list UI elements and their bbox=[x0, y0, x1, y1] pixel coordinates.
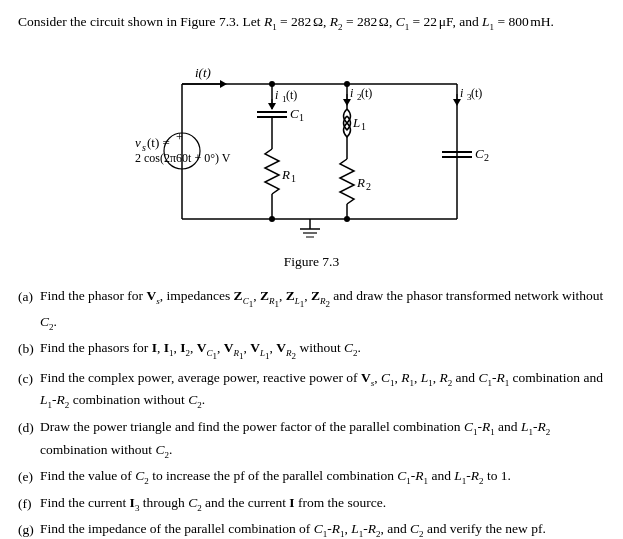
svg-text:1: 1 bbox=[299, 112, 304, 123]
svg-text:2 cos(2π60t + 0°) V: 2 cos(2π60t + 0°) V bbox=[135, 151, 231, 165]
svg-text:R: R bbox=[356, 175, 365, 190]
svg-point-55 bbox=[344, 81, 350, 87]
questions-list: (a) Find the phasor for Vs, impedances Z… bbox=[18, 286, 605, 539]
circuit-diagram: i(t) + v s (t) = 2 cos(2π60t + 0°) V C 1… bbox=[127, 44, 497, 254]
question-e-text: Find the value of C2 to increase the pf … bbox=[40, 466, 605, 489]
svg-text:(t): (t) bbox=[286, 88, 297, 102]
svg-text:i: i bbox=[350, 86, 353, 100]
question-c-label: (c) bbox=[18, 368, 40, 390]
figure-label: Figure 7.3 bbox=[284, 254, 340, 270]
question-d-text: Draw the power triangle and find the pow… bbox=[40, 417, 605, 462]
svg-text:+: + bbox=[176, 130, 183, 144]
svg-text:i(t): i(t) bbox=[195, 65, 211, 80]
svg-text:1: 1 bbox=[361, 121, 366, 132]
svg-point-54 bbox=[269, 81, 275, 87]
svg-marker-5 bbox=[220, 80, 227, 88]
svg-marker-20 bbox=[268, 103, 276, 110]
svg-marker-42 bbox=[453, 99, 461, 106]
question-g-label: (g) bbox=[18, 519, 40, 539]
question-f-label: (f) bbox=[18, 493, 40, 515]
svg-text:R: R bbox=[281, 167, 290, 182]
question-b-text: Find the phasors for I, I1, I2, VC1, VR1… bbox=[40, 338, 605, 363]
question-f-text: Find the current I3 through C2 and the c… bbox=[40, 493, 605, 516]
svg-text:1: 1 bbox=[291, 173, 296, 184]
question-e-label: (e) bbox=[18, 466, 40, 488]
question-c: (c) Find the complex power, average powe… bbox=[18, 368, 605, 413]
question-a-text: Find the phasor for Vs, impedances ZC1, … bbox=[40, 286, 605, 334]
svg-text:L: L bbox=[352, 115, 360, 130]
svg-text:(t) =: (t) = bbox=[147, 135, 170, 150]
svg-point-57 bbox=[344, 216, 350, 222]
svg-text:C: C bbox=[290, 106, 299, 121]
svg-text:2: 2 bbox=[366, 181, 371, 192]
question-d: (d) Draw the power triangle and find the… bbox=[18, 417, 605, 462]
question-b: (b) Find the phasors for I, I1, I2, VC1,… bbox=[18, 338, 605, 363]
question-a: (a) Find the phasor for Vs, impedances Z… bbox=[18, 286, 605, 334]
svg-marker-33 bbox=[343, 99, 351, 106]
question-e: (e) Find the value of C2 to increase the… bbox=[18, 466, 605, 489]
svg-text:i: i bbox=[275, 88, 278, 102]
svg-point-56 bbox=[269, 216, 275, 222]
svg-text:(t): (t) bbox=[471, 86, 482, 100]
svg-text:v: v bbox=[135, 135, 141, 150]
question-a-label: (a) bbox=[18, 286, 40, 308]
question-c-text: Find the complex power, average power, r… bbox=[40, 368, 605, 413]
svg-text:i: i bbox=[460, 86, 463, 100]
circuit-container: i(t) + v s (t) = 2 cos(2π60t + 0°) V C 1… bbox=[18, 44, 605, 280]
svg-text:(t): (t) bbox=[361, 86, 372, 100]
question-b-label: (b) bbox=[18, 338, 40, 360]
svg-text:2: 2 bbox=[484, 152, 489, 163]
question-f: (f) Find the current I3 through C2 and t… bbox=[18, 493, 605, 516]
svg-text:C: C bbox=[475, 146, 484, 161]
intro-paragraph: Consider the circuit shown in Figure 7.3… bbox=[18, 12, 605, 34]
question-g: (g) Find the impedance of the parallel c… bbox=[18, 519, 605, 539]
question-g-text: Find the impedance of the parallel combi… bbox=[40, 519, 605, 539]
question-d-label: (d) bbox=[18, 417, 40, 439]
